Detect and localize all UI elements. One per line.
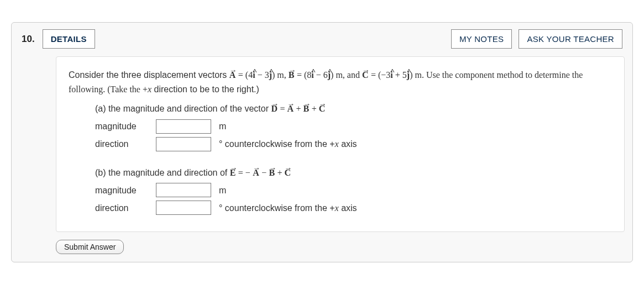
vector-B: B bbox=[269, 168, 275, 177]
a-eq: = bbox=[280, 104, 287, 113]
subparts: (a) the magnitude and direction of the v… bbox=[69, 102, 612, 215]
prompt-pre: Consider the three displacement vectors bbox=[69, 70, 229, 80]
b-magnitude-input[interactable] bbox=[156, 183, 211, 197]
question-body: Consider the three displacement vectors … bbox=[56, 56, 625, 232]
b-mag-unit: m bbox=[219, 183, 226, 198]
vector-C: C bbox=[319, 104, 326, 113]
submit-area: Submit Answer bbox=[56, 240, 625, 254]
b-magnitude-row: magnitude m bbox=[95, 183, 612, 197]
a-mag-unit: m bbox=[219, 119, 226, 134]
ask-teacher-button[interactable]: ASK YOUR TEACHER bbox=[519, 29, 622, 49]
a-magnitude-row: magnitude m bbox=[95, 119, 612, 134]
b-dir-unit: ° counterclockwise from the +x axis bbox=[219, 201, 357, 215]
magnitude-label: magnitude bbox=[95, 183, 148, 198]
eq-B-close: ) m, and bbox=[331, 70, 362, 80]
i-hat: i bbox=[253, 70, 255, 80]
details-button[interactable]: DETAILS bbox=[43, 29, 95, 49]
header-left: 10. DETAILS bbox=[22, 29, 95, 49]
a-magnitude-input[interactable] bbox=[156, 119, 211, 134]
eq-B-open: = (8 bbox=[297, 70, 311, 80]
eq-B-mid: − 6 bbox=[314, 70, 328, 80]
subpart-a: (a) the magnitude and direction of the v… bbox=[95, 102, 612, 151]
question-number: 10. bbox=[22, 34, 35, 45]
b-minus: − bbox=[261, 168, 269, 177]
i-hat: i bbox=[311, 70, 313, 80]
direction-label: direction bbox=[95, 201, 148, 215]
prompt-text: Consider the three displacement vectors … bbox=[69, 68, 612, 96]
prompt-tail: direction to be to the right.) bbox=[151, 85, 259, 94]
j-hat: j bbox=[269, 70, 272, 80]
vector-C: C bbox=[285, 168, 291, 177]
direction-label: direction bbox=[95, 137, 148, 151]
subpart-a-title: (a) the magnitude and direction of the v… bbox=[95, 102, 612, 116]
header-right: MY NOTES ASK YOUR TEACHER bbox=[451, 29, 622, 49]
question-header: 10. DETAILS MY NOTES ASK YOUR TEACHER bbox=[12, 23, 632, 49]
eq-A-close: ) m, bbox=[272, 70, 289, 80]
b-plus: + bbox=[278, 168, 285, 177]
subpart-b-title: (b) the magnitude and direction of E = −… bbox=[95, 166, 612, 180]
b-direction-input[interactable] bbox=[156, 201, 211, 215]
eq-A-open: = (4 bbox=[238, 70, 253, 80]
subpart-b: (b) the magnitude and direction of E = −… bbox=[95, 166, 612, 215]
a-direction-row: direction ° counterclockwise from the +x… bbox=[95, 137, 612, 151]
b-direction-row: direction ° counterclockwise from the +x… bbox=[95, 201, 612, 215]
eq-C-open: = (−3 bbox=[371, 70, 390, 80]
vector-B: B bbox=[289, 70, 295, 80]
b-lead: (b) the magnitude and direction of bbox=[95, 168, 230, 177]
a-dir-unit: ° counterclockwise from the +x axis bbox=[219, 137, 357, 151]
a-lead: (a) the magnitude and direction of the v… bbox=[95, 104, 271, 113]
j-hat: j bbox=[328, 70, 331, 80]
vector-C: C bbox=[362, 70, 369, 80]
a-plus2: + bbox=[312, 104, 319, 113]
vector-B: B bbox=[303, 104, 310, 113]
vector-A: A bbox=[253, 168, 259, 177]
a-plus1: + bbox=[296, 104, 303, 113]
my-notes-button[interactable]: MY NOTES bbox=[451, 29, 512, 49]
vector-A: A bbox=[287, 104, 294, 113]
a-direction-input[interactable] bbox=[156, 137, 211, 151]
magnitude-label: magnitude bbox=[95, 119, 148, 134]
submit-answer-button[interactable]: Submit Answer bbox=[56, 240, 124, 254]
vector-A: A bbox=[229, 70, 236, 80]
j-hat: j bbox=[407, 70, 410, 80]
vector-E: E bbox=[230, 168, 236, 177]
eq-C-mid: + 5 bbox=[393, 70, 407, 80]
question-card: 10. DETAILS MY NOTES ASK YOUR TEACHER Co… bbox=[11, 22, 633, 262]
i-hat: i bbox=[390, 70, 392, 80]
b-eq: = − bbox=[238, 168, 250, 177]
vector-D: D bbox=[271, 104, 278, 113]
